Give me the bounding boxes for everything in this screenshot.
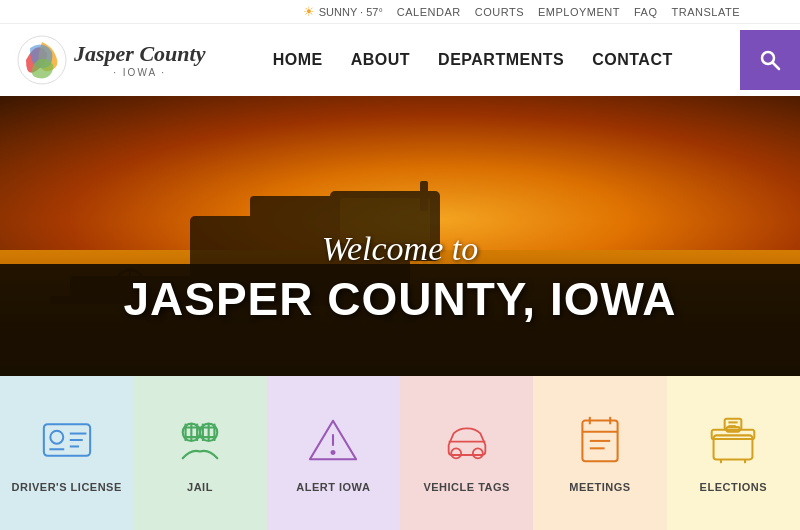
card-label-vehicle-tags: VEHICLE TAGS [423,481,509,493]
main-nav: HOME ABOUT DEPARTMENTS CONTACT [273,51,673,69]
cards-row: DRIVER'S LICENSE JAIL [0,376,800,530]
hero-section: Welcome to JASPER COUNTY, IOWA [0,96,800,376]
logo-area[interactable]: Jasper County · IOWA · [16,34,205,86]
card-label-elections: ELECTIONS [700,481,767,493]
card-label-jail: JAIL [187,481,213,493]
hero-script-text: Welcome to [0,230,800,268]
courts-link[interactable]: COURTS [475,6,524,18]
vehicle-tags-icon [442,415,492,471]
logo-script: Jasper County [74,41,205,67]
alert-icon [308,415,358,471]
jail-icon [175,415,225,471]
hero-text: Welcome to JASPER COUNTY, IOWA [0,230,800,326]
nav-home[interactable]: HOME [273,51,323,69]
svg-point-19 [50,430,63,443]
nav-departments[interactable]: DEPARTMENTS [438,51,564,69]
card-jail[interactable]: JAIL [133,376,266,530]
card-label-meetings: MEETINGS [569,481,630,493]
card-label-alert: ALERT IOWA [296,481,370,493]
card-drivers-license[interactable]: DRIVER'S LICENSE [0,376,133,530]
card-meetings[interactable]: MEETINGS [533,376,666,530]
svg-point-37 [451,448,461,458]
nav-contact[interactable]: CONTACT [592,51,673,69]
card-alert-iowa[interactable]: ALERT IOWA [267,376,400,530]
logo-icon [16,34,68,86]
meetings-icon [575,415,625,471]
svg-point-38 [472,448,482,458]
sun-icon: ☀ [303,4,315,19]
elections-icon [708,415,758,471]
svg-rect-9 [420,181,428,211]
calendar-link[interactable]: CALENDAR [397,6,461,18]
faq-link[interactable]: FAQ [634,6,658,18]
header: Jasper County · IOWA · HOME ABOUT DEPART… [0,24,800,96]
hero-title-text: JASPER COUNTY, IOWA [0,272,800,326]
svg-point-36 [332,451,335,454]
search-icon [758,48,782,72]
weather-text: SUNNY · 57° [319,6,383,18]
logo-text: Jasper County · IOWA · [74,41,205,79]
logo-sub: · IOWA · [74,67,205,79]
search-button[interactable] [740,30,800,90]
nav-about[interactable]: ABOUT [351,51,410,69]
svg-line-2 [773,63,780,70]
card-label-license: DRIVER'S LICENSE [12,481,122,493]
top-bar: ☀ SUNNY · 57° CALENDAR COURTS EMPLOYMENT… [0,0,800,24]
license-icon [42,415,92,471]
translate-link[interactable]: TRANSLATE [672,6,740,18]
weather-info: ☀ SUNNY · 57° [303,4,383,19]
card-vehicle-tags[interactable]: VEHICLE TAGS [400,376,533,530]
employment-link[interactable]: EMPLOYMENT [538,6,620,18]
card-elections[interactable]: ELECTIONS [667,376,800,530]
